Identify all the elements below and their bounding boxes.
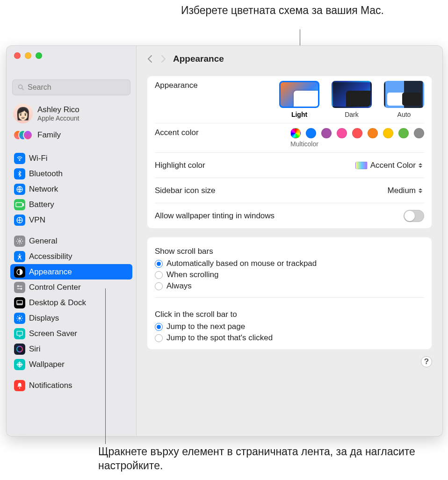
accent-swatches <box>290 128 424 138</box>
sidebar-size-popup[interactable]: Medium <box>384 185 424 196</box>
sidebar-item-network[interactable]: Network <box>10 181 132 197</box>
accent-swatch-yellow[interactable] <box>383 128 393 138</box>
accent-selected-label: Multicolor <box>290 140 424 148</box>
avatar: 👩🏻 <box>13 104 33 123</box>
sidebar-item-label: Accessibility <box>29 252 72 261</box>
sidebar-item-bluetooth[interactable]: Bluetooth <box>10 166 132 181</box>
sidebar-item-wi-fi[interactable]: Wi-Fi <box>10 150 132 166</box>
scrollbars-option[interactable]: Always <box>155 280 424 292</box>
sidebar-item-control-center[interactable]: Control Center <box>10 279 132 295</box>
svg-point-32 <box>19 387 20 388</box>
click-scroll-option[interactable]: Jump to the next page <box>155 321 424 332</box>
minimize-button[interactable] <box>25 52 31 59</box>
close-button[interactable] <box>14 52 21 59</box>
fullscreen-button[interactable] <box>36 52 42 59</box>
cc-icon <box>14 282 25 293</box>
sidebar-item-accessibility[interactable]: Accessibility <box>10 249 132 264</box>
appearance-option-auto[interactable]: Auto <box>384 81 424 118</box>
sidebar-item-displays[interactable]: Displays <box>10 310 132 326</box>
callout-top: Изберете цветната схема за вашия Mac. <box>154 4 411 17</box>
svg-point-27 <box>17 346 22 352</box>
accent-swatch-gray[interactable] <box>414 128 424 138</box>
radio-button[interactable] <box>155 323 163 331</box>
sidebar-item-wallpaper[interactable]: Wallpaper <box>10 357 132 372</box>
help-button[interactable]: ? <box>421 356 432 367</box>
account-name: Ashley Rico <box>37 105 79 115</box>
highlight-value: Accent Color <box>370 161 416 170</box>
appearance-option-label: Auto <box>384 111 424 118</box>
sidebar-item-label: Bluetooth <box>29 169 63 179</box>
family-row[interactable]: Family <box>7 127 136 148</box>
settings-window: 👩🏻 Ashley Rico Apple Account Family Wi-F… <box>6 45 443 437</box>
disp-icon <box>14 313 25 324</box>
sidebar-item-screen-saver[interactable]: Screen Saver <box>10 326 132 341</box>
apple-account[interactable]: 👩🏻 Ashley Rico Apple Account <box>7 101 136 127</box>
sidebar-item-siri[interactable]: Siri <box>10 341 132 357</box>
sidebar-item-notifications[interactable]: Notifications <box>10 378 132 393</box>
search-input[interactable] <box>25 83 125 92</box>
chevron-updown-icon <box>419 163 422 168</box>
appear-icon <box>14 266 25 278</box>
highlight-popup[interactable]: Accent Color <box>352 160 424 171</box>
page-title: Appearance <box>173 54 224 64</box>
accent-swatch-multi[interactable] <box>290 128 301 138</box>
accent-swatch-purple[interactable] <box>321 128 332 138</box>
click-scroll-options: Jump to the next pageJump to the spot th… <box>155 319 424 344</box>
appearance-label: Appearance <box>155 81 198 90</box>
dock-icon <box>14 297 25 308</box>
sidebar-item-label: Control Center <box>29 283 81 292</box>
radio-button[interactable] <box>155 271 163 279</box>
scrollbars-option[interactable]: When scrolling <box>155 269 424 280</box>
highlight-chip <box>355 162 368 169</box>
appearance-option-dark[interactable]: Dark <box>332 81 372 118</box>
sidebar-item-appearance[interactable]: Appearance <box>10 264 132 279</box>
sidebar-item-label: Siri <box>29 344 41 354</box>
wall-icon <box>14 359 25 370</box>
vpn-icon <box>14 215 25 226</box>
content-area: Appearance Appearance LightDarkAuto Acce… <box>137 46 442 436</box>
radio-label: Jump to the spot that's clicked <box>166 333 273 343</box>
accent-swatch-blue[interactable] <box>306 128 316 138</box>
chevron-updown-icon <box>419 188 422 193</box>
sidebar-item-desktop-dock[interactable]: Desktop & Dock <box>10 295 132 310</box>
window-controls <box>14 52 42 59</box>
search-field[interactable] <box>12 79 130 95</box>
svg-rect-25 <box>17 331 22 335</box>
family-label: Family <box>37 130 61 140</box>
click-scroll-option[interactable]: Jump to the spot that's clicked <box>155 332 424 344</box>
scrollbars-title: Show scroll bars <box>155 240 424 256</box>
scroll-panel: Show scroll bars Automatically based on … <box>147 237 432 350</box>
radio-button[interactable] <box>155 334 163 342</box>
accent-swatch-red[interactable] <box>352 128 362 138</box>
appearance-option-light[interactable]: Light <box>279 81 319 118</box>
scrollbars-option[interactable]: Automatically based on mouse or trackpad <box>155 258 424 269</box>
radio-button[interactable] <box>155 282 163 290</box>
sidebar-item-label: Notifications <box>29 381 72 390</box>
back-button[interactable] <box>147 55 152 63</box>
appearance-preview-thumb <box>332 81 372 108</box>
sidebar-item-battery[interactable]: Battery <box>10 197 132 212</box>
callout-line <box>105 288 106 444</box>
svg-rect-5 <box>23 203 24 206</box>
ss-icon <box>14 328 25 339</box>
radio-button[interactable] <box>155 260 163 268</box>
sidebar-item-general[interactable]: General <box>10 233 132 249</box>
accent-swatch-green[interactable] <box>398 128 409 138</box>
forward-button[interactable] <box>161 55 166 63</box>
svg-point-12 <box>21 288 22 289</box>
search-icon <box>17 84 25 91</box>
tinting-switch[interactable] <box>404 210 424 222</box>
family-icon <box>13 129 33 141</box>
sidebar-item-vpn[interactable]: VPN <box>10 212 132 228</box>
appearance-option-label: Dark <box>332 111 372 118</box>
accent-label: Accent color <box>155 128 199 137</box>
access-icon <box>14 251 25 262</box>
sidebar-item-label: Desktop & Dock <box>29 298 86 308</box>
sidebar-item-label: General <box>29 236 57 246</box>
accent-swatch-orange[interactable] <box>368 128 378 138</box>
accent-swatch-pink[interactable] <box>337 128 347 138</box>
sidebar-item-label: Screen Saver <box>29 329 77 338</box>
svg-point-7 <box>19 240 21 242</box>
sidebar-item-label: Appearance <box>29 267 72 277</box>
sidebar-size-value: Medium <box>388 186 416 195</box>
